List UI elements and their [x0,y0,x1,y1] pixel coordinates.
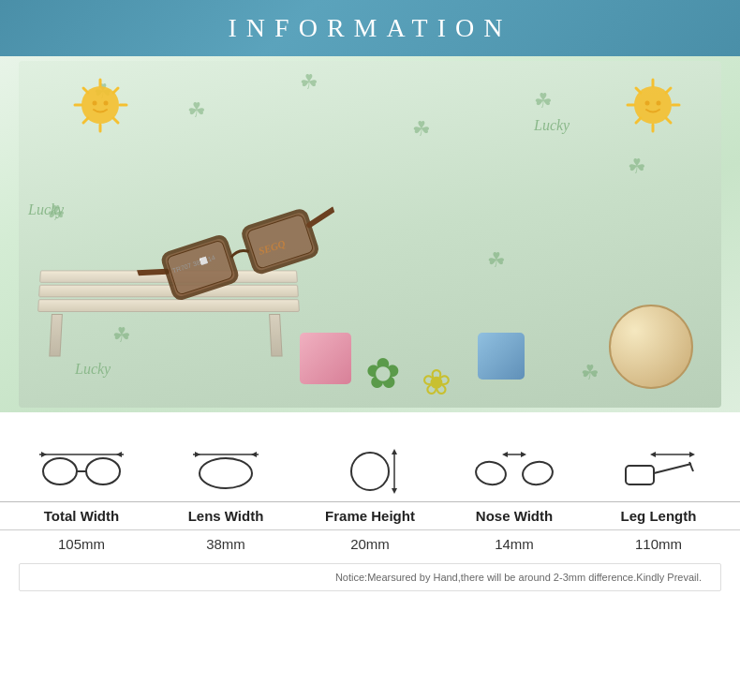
svg-point-40 [351,453,389,490]
svg-line-51 [689,462,693,471]
svg-point-10 [104,101,109,106]
svg-marker-54 [689,452,695,457]
specs-values-row: 105mm 38mm 20mm 14mm 110mm [0,530,740,558]
svg-point-44 [474,459,508,486]
clover-pattern: ☘ [581,361,599,385]
blue-block [478,333,525,380]
svg-marker-48 [521,452,526,457]
label-frame-height: Frame Height [298,508,442,524]
svg-point-31 [86,458,120,484]
label-leg-length: Leg Length [586,508,731,524]
label-nose-width: Nose Width [442,508,586,524]
sun-decoration-left [70,75,131,140]
svg-point-21 [657,101,661,106]
svg-point-45 [521,459,555,486]
nose-width-icon [472,447,556,492]
specs-section: Total Width Lens Width Frame Height Nose… [0,412,740,606]
svg-marker-47 [502,452,508,457]
lucky-text: Lucky [75,361,111,378]
svg-marker-35 [116,452,122,457]
clover-pattern: ☘ [300,70,318,95]
sun-decoration-right [623,75,684,140]
notice-text: Notice:Mearsured by Hand,there will be a… [19,563,721,591]
svg-line-6 [113,118,118,123]
spec-nose-width [442,445,586,494]
svg-line-50 [654,464,691,473]
svg-marker-43 [392,488,397,494]
svg-marker-53 [650,452,656,457]
svg-marker-42 [392,449,397,454]
page-title: INFORMATION [0,13,740,43]
svg-line-16 [636,88,641,93]
svg-point-36 [200,458,252,488]
label-lens-width: Lens Width [154,508,298,524]
value-frame-height: 20mm [298,536,442,552]
pink-block [300,333,351,384]
clover-pattern: ☘ [534,89,553,113]
clover-pattern: ☘ [628,155,646,179]
svg-marker-34 [41,452,47,457]
spec-frame-height [298,445,442,494]
svg-marker-38 [195,452,200,457]
spec-lens-width [154,445,298,494]
specs-labels-row: Total Width Lens Width Frame Height Nose… [0,502,740,530]
svg-line-8 [83,118,88,123]
specs-icons-row [0,431,740,502]
svg-line-22 [138,264,167,280]
svg-line-19 [636,118,641,123]
clover-pattern: ☘ [412,117,431,141]
spec-leg-length [586,445,731,494]
svg-marker-39 [251,452,257,457]
lucky-text: Lucky [28,201,64,218]
value-leg-length: 110mm [586,536,731,552]
rattan-ball [609,305,693,389]
spec-total-width [9,445,154,494]
svg-point-20 [645,101,650,106]
frame-height-icon [342,445,398,494]
total-width-icon [39,447,124,492]
value-total-width: 105mm [9,536,154,552]
svg-line-27 [307,209,336,225]
product-image-area: ☘ ☘ ☘ ☘ ☘ ☘ ☘ ☘ ☘ ☘ Lucky Lucky Lucky [0,56,740,412]
svg-point-9 [93,101,97,106]
svg-rect-49 [626,466,654,484]
value-nose-width: 14mm [442,536,586,552]
product-scene: ☘ ☘ ☘ ☘ ☘ ☘ ☘ ☘ ☘ ☘ Lucky Lucky Lucky [19,61,721,408]
svg-line-17 [666,118,671,123]
green-flower-decor: ✿ [365,349,401,398]
clover-pattern: ☘ [187,98,206,123]
lens-width-icon [193,447,259,492]
lucky-text: Lucky [534,117,570,134]
svg-line-18 [666,88,671,93]
leg-length-icon [621,447,696,492]
clover-pattern: ☘ [487,248,506,273]
svg-line-5 [83,88,88,93]
page-header: INFORMATION [0,0,740,56]
yellow-flower-decor: ❀ [422,362,451,403]
svg-line-7 [113,88,118,93]
svg-point-30 [43,458,77,484]
label-total-width: Total Width [9,508,154,524]
value-lens-width: 38mm [154,536,298,552]
